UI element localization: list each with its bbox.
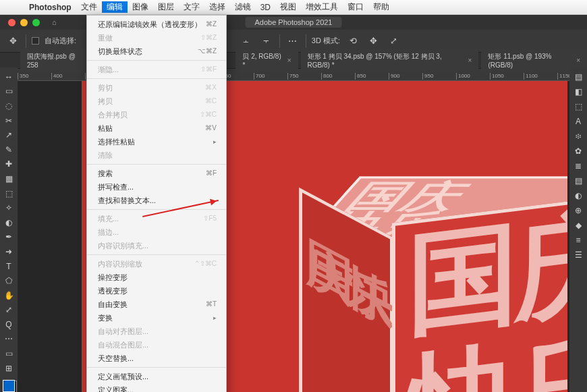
tool-button[interactable]: ✒ bbox=[1, 231, 16, 244]
menu-view[interactable]: 视图 bbox=[275, 1, 301, 13]
ruler-mark: 900 bbox=[389, 73, 422, 80]
tool-button[interactable]: ↔ bbox=[1, 70, 16, 84]
tool-button[interactable]: T bbox=[1, 260, 16, 273]
tool-button[interactable]: Q bbox=[1, 318, 16, 331]
menu-item: 内容识别缩放⌃⇧⌘C bbox=[87, 257, 226, 271]
menu-item: 描边... bbox=[87, 225, 226, 239]
tool-button[interactable]: ⊞ bbox=[1, 362, 16, 375]
menu-item[interactable]: 粘贴⌘V bbox=[87, 121, 226, 135]
menu-item[interactable]: 还原编辑滤镜效果（透视变形）⌘Z bbox=[87, 18, 226, 31]
tool-button[interactable]: ☰ bbox=[571, 248, 586, 262]
menu-item[interactable]: 定义图案... bbox=[87, 383, 226, 392]
menu-item: 合并拷贝⇧⌘C bbox=[87, 108, 226, 121]
menu-plugins[interactable]: 增效工具 bbox=[301, 1, 343, 13]
menu-3d[interactable]: 3D bbox=[256, 3, 275, 12]
align-right-icon[interactable]: ⫟ bbox=[259, 34, 274, 49]
menu-type[interactable]: 文字 bbox=[179, 1, 204, 13]
tool-button[interactable]: ▭ bbox=[1, 85, 16, 99]
menu-item[interactable]: 搜索⌘F bbox=[87, 167, 226, 180]
menu-layer[interactable]: 图层 bbox=[153, 1, 179, 13]
tool-button[interactable]: ⬚ bbox=[1, 187, 16, 200]
tool-button[interactable]: ◧ bbox=[571, 85, 586, 99]
tool-button[interactable]: ⊕ bbox=[571, 204, 586, 217]
ruler-mark: 350 bbox=[18, 73, 51, 80]
tool-button[interactable]: ⋯ bbox=[1, 333, 16, 346]
ruler-mark: 950 bbox=[422, 73, 456, 80]
menu-window[interactable]: 窗口 bbox=[343, 1, 368, 13]
menu-item: 清除 bbox=[87, 148, 226, 162]
tool-button[interactable]: ≣ bbox=[571, 159, 586, 173]
doc-tab[interactable]: 贝 2, RGB/8) *× bbox=[235, 49, 298, 72]
orbit-3d-icon[interactable]: ⟲ bbox=[345, 34, 360, 49]
menu-item[interactable]: 透视变形 bbox=[87, 284, 226, 298]
tool-button[interactable]: ⬠ bbox=[1, 274, 16, 287]
menu-file[interactable]: 文件 bbox=[76, 1, 102, 13]
ruler-mark: 700 bbox=[254, 73, 287, 80]
menu-item[interactable]: 选择性粘贴 bbox=[87, 135, 226, 148]
tool-button[interactable]: ▤ bbox=[571, 70, 586, 84]
tool-button[interactable]: ✂ bbox=[1, 114, 16, 128]
menu-help[interactable]: 帮助 bbox=[368, 1, 394, 13]
tool-button[interactable]: ✚ bbox=[1, 158, 16, 171]
tool-button[interactable]: ➜ bbox=[1, 245, 16, 258]
tool-button[interactable]: ◐ bbox=[571, 189, 586, 202]
tools-panel-left: ↔▭◌✂↗✎✚▦⬚✧◐✒➜T⬠✋⤢Q⋯▭⊞ bbox=[0, 67, 18, 392]
minimize-icon[interactable] bbox=[20, 19, 28, 26]
ruler-mark: 1000 bbox=[456, 73, 490, 80]
tool-button[interactable]: ፨ bbox=[571, 130, 586, 143]
pan-3d-icon[interactable]: ✥ bbox=[366, 34, 381, 49]
zoom-3d-icon[interactable]: ⤢ bbox=[386, 34, 401, 49]
zoom-icon[interactable] bbox=[32, 19, 40, 26]
ruler-mark: 400 bbox=[51, 73, 85, 80]
menu-item[interactable]: 变换 bbox=[87, 311, 226, 325]
app-name[interactable]: Photoshop bbox=[24, 3, 76, 12]
menu-item[interactable]: 操控变形 bbox=[87, 271, 226, 284]
tool-button[interactable]: ✿ bbox=[571, 144, 586, 158]
distribute-icon[interactable]: ⋯ bbox=[285, 34, 300, 49]
menu-image[interactable]: 图像 bbox=[128, 1, 153, 13]
menu-edit[interactable]: 编辑 bbox=[102, 1, 128, 13]
auto-select-label: 自动选择: bbox=[45, 36, 76, 46]
tool-button[interactable]: ✎ bbox=[1, 143, 16, 157]
move-tool-icon[interactable]: ✥ bbox=[5, 34, 20, 49]
ruler-mark: 1150 bbox=[557, 73, 569, 80]
menu-item[interactable]: 切换最终状态⌥⌘Z bbox=[87, 45, 226, 58]
tool-button[interactable]: ⤢ bbox=[1, 304, 16, 317]
tool-button[interactable]: ◆ bbox=[571, 219, 586, 232]
home-icon[interactable]: ⌂ bbox=[52, 18, 57, 26]
tool-button[interactable]: ✧ bbox=[1, 201, 16, 215]
tool-button[interactable]: ⬚ bbox=[571, 100, 586, 113]
menu-item[interactable]: 拼写检查... bbox=[87, 180, 226, 194]
ruler-mark: 800 bbox=[321, 73, 355, 80]
tool-button[interactable]: ≡ bbox=[571, 233, 586, 247]
tool-button[interactable]: ◌ bbox=[1, 99, 16, 113]
tools-panel-right: ▤◧⬚A፨✿≣▤◐⊕◆≡☰ bbox=[569, 67, 587, 392]
tool-button[interactable]: ▤ bbox=[571, 174, 586, 188]
tool-button[interactable]: ↗ bbox=[1, 128, 16, 142]
menu-item: 自动对齐图层... bbox=[87, 325, 226, 338]
menu-item[interactable]: 定义画笔预设... bbox=[87, 370, 226, 383]
window-title: Adobe Photoshop 2021 bbox=[246, 17, 342, 28]
close-tab-icon[interactable]: × bbox=[287, 57, 291, 64]
menu-item[interactable]: 自由变换⌘T bbox=[87, 298, 226, 311]
close-icon[interactable] bbox=[8, 19, 16, 26]
auto-select-checkbox[interactable] bbox=[32, 37, 39, 45]
tool-button[interactable]: ▭ bbox=[1, 347, 16, 360]
align-center-h-icon[interactable]: ⫠ bbox=[239, 34, 254, 49]
ruler-mark: 850 bbox=[355, 73, 389, 80]
cube-artwork: 国庆 快乐 国庆 快乐 国庆 快乐 bbox=[304, 152, 567, 392]
color-swatch[interactable] bbox=[3, 380, 15, 392]
menu-item[interactable]: 天空替换... bbox=[87, 352, 226, 365]
menu-item: 自动混合图层... bbox=[87, 338, 226, 352]
tool-button[interactable]: A bbox=[571, 115, 586, 128]
close-tab-icon[interactable]: × bbox=[576, 57, 580, 64]
tool-button[interactable]: ▦ bbox=[1, 172, 16, 186]
tool-button[interactable]: ◐ bbox=[1, 216, 16, 229]
tool-button[interactable]: ✋ bbox=[1, 289, 16, 302]
doc-tab[interactable]: 矩形 1 拷贝 34.psb @ 157% (矩形 12 拷贝 3, RGB/8… bbox=[301, 49, 479, 72]
close-tab-icon[interactable]: × bbox=[468, 57, 472, 64]
menu-select[interactable]: 选择 bbox=[204, 1, 230, 13]
menu-item[interactable]: 查找和替换文本... bbox=[87, 194, 226, 207]
menu-item: 拷贝⌘C bbox=[87, 94, 226, 108]
menu-filter[interactable]: 滤镜 bbox=[230, 1, 256, 13]
